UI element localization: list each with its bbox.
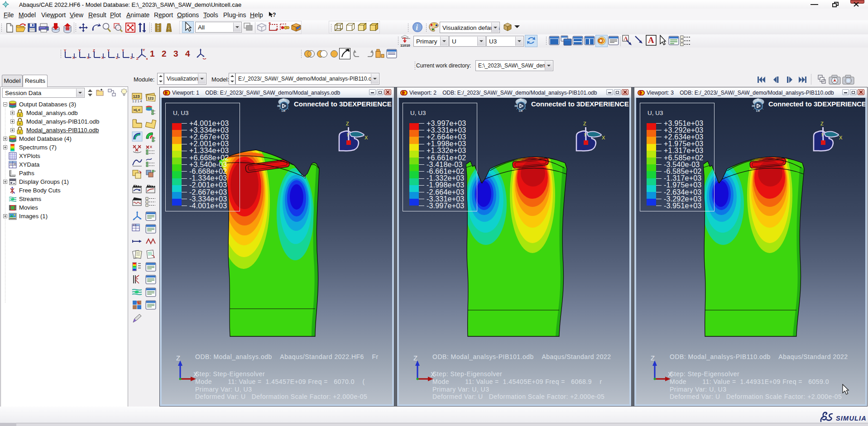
svg-text:x: x [150, 144, 152, 149]
svg-text:Z: Z [820, 121, 824, 126]
svg-text:K: K [757, 98, 759, 101]
svg-text:Y: Y [64, 49, 67, 53]
svg-text:123: 123 [148, 96, 154, 101]
svg-text:Y: Y [78, 49, 81, 53]
svg-text:Z: Z [346, 121, 349, 126]
svg-text:3D: 3D [752, 105, 755, 107]
svg-text:Y: Y [143, 48, 145, 52]
svg-text:A: A [648, 35, 654, 45]
svg-text:123: 123 [133, 94, 140, 99]
svg-text:LR: LR [756, 110, 760, 112]
svg-text:X: X [839, 135, 843, 140]
svg-text:y: y [821, 132, 824, 136]
svg-text:Z: Z [176, 354, 180, 362]
svg-text:?: ? [273, 12, 276, 18]
svg-text:3D: 3D [514, 105, 518, 107]
svg-text:85: 85 [14, 163, 16, 166]
svg-text:K: K [283, 98, 285, 101]
svg-text:LR: LR [282, 110, 286, 112]
svg-text:Y: Y [107, 49, 110, 53]
svg-text:Z: Z [651, 354, 655, 362]
svg-text:12: 12 [10, 163, 13, 166]
svg-text:1 2 1 4: 1 2 1 4 [132, 100, 142, 103]
svg-text:Y: Y [122, 49, 125, 53]
svg-text:>L<: >L< [133, 108, 140, 112]
svg-text:3D: 3D [277, 105, 281, 107]
svg-text:y: y [584, 132, 586, 136]
svg-text:Z: Z [93, 49, 95, 53]
svg-text:SIMULIA: SIMULIA [836, 415, 867, 422]
svg-text:LR: LR [519, 110, 523, 112]
svg-text:Z: Z [583, 121, 586, 126]
svg-text:11010: 11010 [400, 43, 410, 47]
svg-text:X: X [364, 135, 368, 140]
svg-text:X: X [602, 135, 605, 140]
svg-text:Z: Z [413, 354, 417, 362]
svg-text:i: i [416, 24, 418, 31]
svg-text:K: K [520, 98, 522, 101]
svg-text:y: y [347, 132, 349, 136]
